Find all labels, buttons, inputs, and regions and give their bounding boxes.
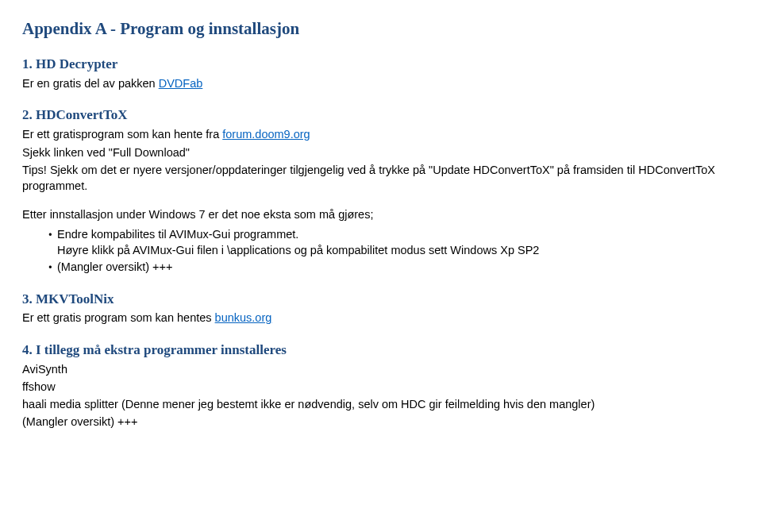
paragraph: (Mangler oversikt) +++ bbox=[22, 414, 740, 430]
paragraph: AviSynth bbox=[22, 361, 740, 377]
heading-hdconverttox: 2. HDConvertToX bbox=[22, 106, 740, 125]
bullet-list: Endre kompabilites til AVIMux-Gui progra… bbox=[22, 226, 740, 276]
paragraph: Er ett gratisprogram som kan hente fra f… bbox=[22, 126, 740, 142]
link-dvdfab[interactable]: DVDFab bbox=[159, 77, 203, 90]
text: Er ett gratis program som kan hentes bbox=[22, 311, 215, 324]
text: Er en gratis del av pakken bbox=[22, 77, 159, 90]
list-item: (Mangler oversikt) +++ bbox=[57, 259, 740, 275]
paragraph: haali media splitter (Denne mener jeg be… bbox=[22, 396, 740, 412]
section-hdconverttox: 2. HDConvertToX Er ett gratisprogram som… bbox=[22, 106, 740, 275]
paragraph: Tips! Sjekk om det er nyere versjoner/op… bbox=[22, 162, 740, 195]
text: Er ett gratisprogram som kan hente fra bbox=[22, 128, 222, 141]
section-hd-decrypter: 1. HD Decrypter Er en gratis del av pakk… bbox=[22, 55, 740, 91]
paragraph: ffshow bbox=[22, 379, 740, 395]
page-title: Appendix A - Program og innstallasjon bbox=[22, 17, 740, 40]
paragraph: Sjekk linken ved "Full Download" bbox=[22, 145, 740, 160]
link-forum-doom9[interactable]: forum.doom9.org bbox=[222, 128, 310, 141]
link-bunkus[interactable]: bunkus.org bbox=[215, 311, 272, 324]
paragraph: Er ett gratis program som kan hentes bun… bbox=[22, 310, 740, 326]
section-mkvtoolnix: 3. MKVToolNix Er ett gratis program som … bbox=[22, 290, 740, 326]
heading-mkvtoolnix: 3. MKVToolNix bbox=[22, 290, 740, 309]
text: Endre kompabilites til AVIMux-Gui progra… bbox=[57, 228, 298, 241]
section-extra-programs: 4. I tillegg må ekstra programmer innsta… bbox=[22, 341, 740, 430]
paragraph: Etter innstallasjon under Windows 7 er d… bbox=[22, 206, 740, 222]
heading-hd-decrypter: 1. HD Decrypter bbox=[22, 55, 740, 74]
heading-extra-programs: 4. I tillegg må ekstra programmer innsta… bbox=[22, 341, 740, 360]
paragraph: Er en gratis del av pakken DVDFab bbox=[22, 75, 740, 91]
text: Høyre klikk på AVIMux-Gui filen i \appli… bbox=[57, 244, 539, 256]
list-item: Endre kompabilites til AVIMux-Gui progra… bbox=[57, 226, 740, 259]
